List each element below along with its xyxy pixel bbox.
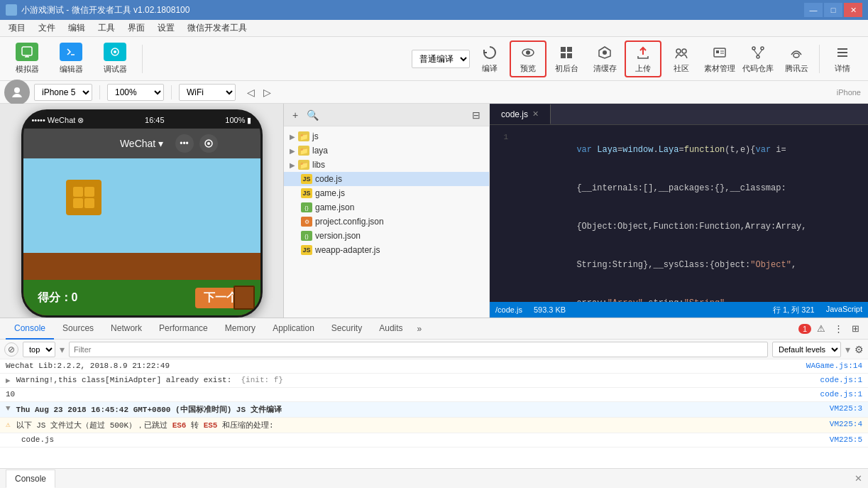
zoom-select[interactable]: 100%: [107, 84, 164, 101]
close-bottom-panel-button[interactable]: ✕: [855, 473, 862, 484]
list-item[interactable]: ▶ 📁 laya: [284, 143, 489, 158]
close-button[interactable]: ✕: [844, 3, 862, 17]
folder-icon: 📁: [298, 146, 309, 156]
expand-arrow-icon[interactable]: ▶: [6, 376, 11, 385]
assets-button[interactable]: 素材管理: [701, 40, 738, 77]
toolbar-right-group: 普通编译 编译 预览 初后台 清缓存: [412, 40, 861, 77]
tab-audits[interactable]: Audits: [370, 318, 411, 340]
line-number: [490, 284, 515, 302]
upload-button[interactable]: 上传: [625, 40, 661, 77]
console-message: code.js: [21, 435, 824, 444]
minimize-button[interactable]: —: [804, 3, 823, 17]
console-entry: ▶ Warning!,this class[MiniAdpter] alread…: [0, 374, 868, 388]
menu-edit[interactable]: 编辑: [62, 21, 91, 36]
list-item[interactable]: ⚙ project.config.json: [284, 215, 489, 229]
svg-point-29: [14, 87, 20, 93]
devtools-expand-icon[interactable]: ⊞: [849, 322, 862, 335]
console-settings-button[interactable]: ⚙: [855, 344, 864, 355]
editor-icon: [60, 43, 82, 61]
device-select[interactable]: iPhone 5: [34, 84, 92, 101]
devtools-warning-icon[interactable]: ⚠: [814, 322, 828, 335]
console-tab-label: Console: [14, 323, 45, 333]
cache-button[interactable]: 清缓存: [586, 40, 623, 77]
detail-icon: [833, 44, 852, 61]
collapse-panel-button[interactable]: ⊟: [469, 108, 483, 122]
tab-sources[interactable]: Sources: [54, 318, 102, 340]
tab-network[interactable]: Network: [102, 318, 150, 340]
bottom-console-tab[interactable]: Console: [6, 470, 55, 488]
tab-console[interactable]: Console: [6, 318, 54, 340]
list-item[interactable]: {} game.json: [284, 200, 489, 215]
menu-project[interactable]: 项目: [3, 21, 31, 36]
nav-back-button[interactable]: ◁: [244, 85, 258, 99]
list-item[interactable]: ▶ 📁 js: [284, 129, 489, 143]
menu-interface[interactable]: 界面: [122, 21, 150, 36]
maximize-button[interactable]: □: [824, 3, 842, 17]
js-file-icon: JS: [301, 174, 312, 184]
clear-console-button[interactable]: ⊘: [4, 342, 18, 357]
status-position: 行 1, 列 321: [773, 305, 815, 315]
line-content: var Laya=window.Laya=function(t,e){var i…: [515, 131, 792, 169]
section-expand-icon[interactable]: ▼: [6, 404, 11, 413]
repo-button[interactable]: 代码仓库: [740, 40, 776, 77]
community-button[interactable]: 社区: [663, 40, 700, 77]
assets-label: 素材管理: [704, 63, 735, 74]
nav-forward-button[interactable]: ▷: [260, 85, 274, 99]
more-tabs-button[interactable]: »: [412, 324, 428, 334]
line-number: [490, 246, 515, 284]
console-filter-input[interactable]: [69, 342, 768, 357]
devtools-panel: Console Sources Network Performance Memo…: [0, 318, 868, 488]
code-area[interactable]: 1 var Laya=window.Laya=function(t,e){var…: [490, 125, 868, 302]
phone-frame: ••••• WeChat ⊗ 16:45 100% ▮ WeChat ▾ •••: [21, 109, 263, 318]
editor-button[interactable]: 编辑器: [51, 40, 91, 77]
tab-close-button[interactable]: ✕: [532, 109, 539, 119]
list-item[interactable]: {} version.json: [284, 229, 489, 243]
console-source-link[interactable]: VM225:5: [830, 435, 862, 444]
list-item[interactable]: JS code.js: [284, 172, 489, 186]
devtools-more-icon[interactable]: ⋮: [831, 322, 846, 335]
detail-button[interactable]: 详情: [824, 40, 861, 77]
tab-performance[interactable]: Performance: [150, 318, 216, 340]
console-source-link[interactable]: VM225:3: [830, 404, 862, 413]
backend-button[interactable]: 初后台: [548, 40, 585, 77]
main-toolbar: 模拟器 编辑器 调试器 普通编译 编译: [0, 37, 868, 81]
wechat-more-btn[interactable]: •••: [175, 134, 194, 153]
iphone-label: iPhone: [837, 88, 861, 97]
console-source-link[interactable]: code.js:1: [820, 376, 862, 384]
console-message: 以下 JS 文件过大（超过 500K），已跳过 ES6 转 ES5 和压缩的处理…: [16, 420, 824, 430]
compile-button[interactable]: 编译: [471, 40, 508, 77]
sources-tab-label: Sources: [62, 323, 94, 333]
tab-memory[interactable]: Memory: [216, 318, 264, 340]
levels-select[interactable]: Default levels: [772, 342, 841, 357]
simulator-button[interactable]: 模拟器: [7, 40, 47, 77]
editor-tab-codejs[interactable]: code.js ✕: [490, 104, 551, 124]
tab-application[interactable]: Application: [264, 318, 323, 340]
search-file-button[interactable]: 🔍: [304, 108, 322, 122]
tencent-button[interactable]: 腾讯云: [778, 40, 815, 77]
new-file-button[interactable]: +: [290, 108, 301, 122]
console-entry: code.js VM225:5: [0, 433, 868, 448]
tree-item-label: project.config.json: [315, 217, 384, 227]
console-source-link[interactable]: code.js:1: [820, 390, 862, 398]
network-select[interactable]: WiFi: [179, 84, 236, 101]
list-item[interactable]: ▶ 📁 libs: [284, 158, 489, 172]
menu-file[interactable]: 文件: [33, 21, 61, 36]
list-item[interactable]: JS weapp-adapter.js: [284, 243, 489, 257]
list-item[interactable]: JS game.js: [284, 186, 489, 200]
context-select[interactable]: top: [23, 342, 55, 357]
console-source-link[interactable]: WAGame.js:14: [806, 362, 862, 370]
tab-security[interactable]: Security: [323, 318, 370, 340]
debugger-icon: [104, 43, 126, 61]
menu-tools[interactable]: 工具: [92, 21, 121, 36]
preview-button[interactable]: 预览: [510, 40, 546, 77]
svg-line-23: [754, 50, 758, 55]
compile-mode-select[interactable]: 普通编译: [412, 50, 470, 68]
detail-label: 详情: [835, 63, 850, 74]
line-number: 1: [490, 131, 515, 169]
wechat-target-btn[interactable]: [199, 134, 218, 153]
console-source-link[interactable]: VM225:4: [830, 420, 862, 428]
debugger-button[interactable]: 调试器: [95, 40, 135, 77]
json-file-icon: {}: [301, 231, 312, 241]
menu-wechat-devtools[interactable]: 微信开发者工具: [182, 21, 253, 36]
menu-settings[interactable]: 设置: [152, 21, 180, 36]
